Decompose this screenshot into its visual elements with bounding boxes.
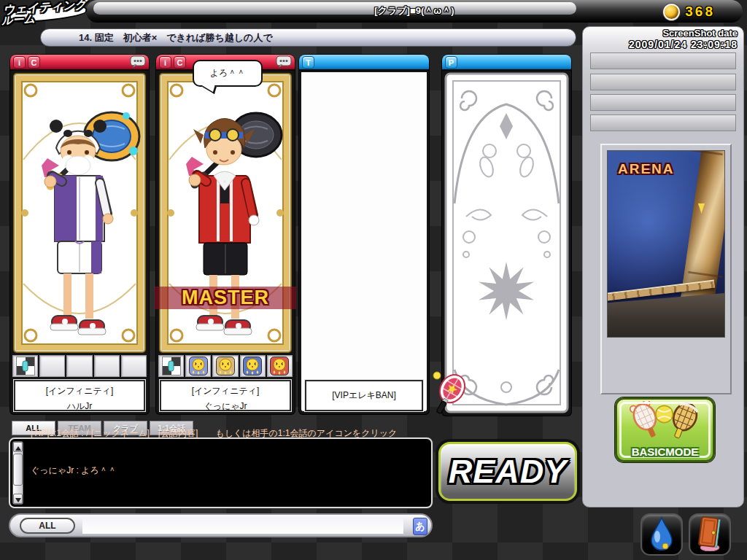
scroll-up-button[interactable] <box>13 442 23 452</box>
arena-panel[interactable]: ARENA <box>600 144 732 394</box>
roster-slot <box>590 52 736 69</box>
scroll-thumb[interactable] <box>13 454 23 486</box>
character-haru <box>12 72 147 354</box>
player-card-4: P <box>442 55 571 416</box>
card3-body <box>301 72 427 411</box>
guild-name: [インフィニティ] <box>15 385 144 397</box>
arena-preview: ARENA <box>607 150 725 338</box>
water-drop-mascot-icon <box>647 516 676 551</box>
player-card-3: T [VIPエレキBAN] <box>299 55 429 414</box>
chat-line: [TIP]1:1会話 : / [ニックネーム] [会話内容] もしくは相手の1:… <box>31 427 428 440</box>
coin-count: 368 <box>685 4 715 20</box>
cardback-pattern <box>444 72 569 413</box>
chat-lines: [TIP]1:1会話 : / [ニックネーム] [会話内容] もしくは相手の1:… <box>31 402 428 502</box>
pet-slot[interactable] <box>212 355 238 377</box>
card1-item-slots <box>12 355 147 377</box>
club-message: [クラブ]■9(＾ω＾) <box>86 0 743 23</box>
chat-scrollbar[interactable] <box>12 441 23 505</box>
position-button[interactable]: P <box>445 56 457 69</box>
card2-portrait <box>158 72 293 357</box>
item-slot-equipped[interactable] <box>12 355 38 377</box>
arena-floor <box>608 293 724 337</box>
item-slot-equipped[interactable] <box>158 355 184 377</box>
item-slot-empty[interactable] <box>39 355 65 377</box>
card4-cardback <box>444 72 569 416</box>
ime-indicator[interactable]: あ <box>413 518 427 535</box>
channel-button[interactable]: ALL <box>20 518 75 534</box>
master-banner: MASTER <box>155 287 296 309</box>
player-card-1: i C <box>10 55 149 414</box>
chat-line: ぐっにゃJr : よろ＾＾ <box>31 464 428 477</box>
coin-display: 368 <box>663 2 715 21</box>
card1-portrait <box>12 72 147 357</box>
whisper-bubble-icon[interactable] <box>276 55 292 69</box>
mode-label: BASICMODE <box>617 446 713 458</box>
info-button[interactable]: i <box>13 56 26 69</box>
character-gunnya <box>158 72 293 354</box>
ready-button[interactable]: READY <box>438 442 577 501</box>
pet-slot[interactable] <box>240 355 266 377</box>
arena-label: ARENA <box>618 161 675 177</box>
card3-header: T <box>299 55 429 71</box>
speech-bubble: よろ＾＾ <box>193 60 263 87</box>
waiting-room-screen: [クラブ]■9(＾ω＾) 368 ウェイティング ルーム 14. 固定 初心者×… <box>0 0 747 560</box>
exit-door-icon <box>695 516 724 551</box>
pet-slot[interactable] <box>185 355 211 377</box>
logo-line2: ルーム <box>1 12 35 28</box>
team-button[interactable]: T <box>302 56 314 69</box>
chat-input[interactable] <box>82 518 403 534</box>
item-slot-empty[interactable] <box>94 355 120 377</box>
item-slot-empty[interactable] <box>66 355 92 377</box>
guild-name: [インフィニティ] <box>161 385 290 397</box>
whisper-bubble-icon[interactable] <box>130 55 146 69</box>
room-title-bar: 14. 固定 初心者× できれば勝ち越しの人で <box>40 28 576 47</box>
info-button[interactable]: i <box>159 56 171 69</box>
club-chat-button[interactable]: C <box>28 56 40 69</box>
room-title: 14. 固定 初心者× できれば勝ち越しの人で <box>41 29 576 46</box>
scroll-down-button[interactable] <box>13 494 23 504</box>
player-card-2: i C よろ＾＾ <box>156 55 295 414</box>
exit-button[interactable] <box>689 513 731 556</box>
item-slot-empty[interactable] <box>121 355 147 377</box>
pet-slot[interactable] <box>267 355 293 377</box>
coin-icon <box>663 4 680 20</box>
roster-slot <box>590 94 736 111</box>
mascot-button[interactable] <box>640 513 683 556</box>
card4-header: P <box>442 55 571 71</box>
club-chat-button[interactable]: C <box>174 56 186 69</box>
roster-slot <box>590 114 736 131</box>
card2-item-slots <box>158 355 293 377</box>
chat-log: [TIP]1:1会話 : / [ニックネーム] [会話内容] もしくは相手の1:… <box>9 438 433 508</box>
basic-mode-button[interactable]: BASICMODE <box>615 397 715 462</box>
roster-slot <box>590 74 736 90</box>
top-bar: [クラブ]■9(＾ω＾) 368 <box>86 0 743 23</box>
screenshot-label: ScreenShot date <box>662 28 738 39</box>
screenshot-date: 2009/01/24 23:09:18 <box>629 39 738 50</box>
chat-input-bar: ALL あ <box>9 513 433 537</box>
card1-header: i C <box>10 55 149 71</box>
